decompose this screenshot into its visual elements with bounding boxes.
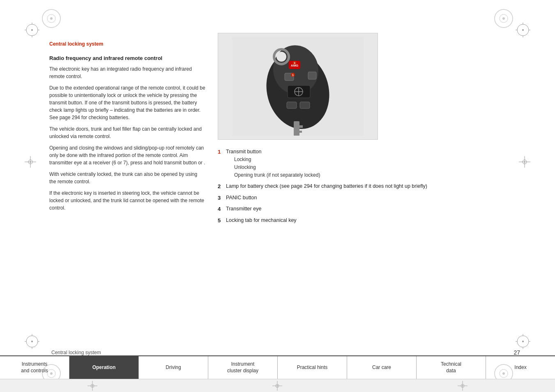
bottom-crosshair-r xyxy=(458,381,467,391)
bottom-strip xyxy=(0,379,555,392)
bottom-crosshair-l xyxy=(88,381,97,391)
svg-point-48 xyxy=(276,52,286,62)
svg-point-73 xyxy=(277,385,278,386)
tab-instruments-and-controls[interactable]: Instrumentsand controls xyxy=(0,356,69,379)
list-item: 1 Transmit button Locking Unlocking Open… xyxy=(218,148,522,179)
bottom-crosshair-c xyxy=(272,381,282,391)
svg-point-11 xyxy=(522,29,524,31)
tab-car-care[interactable]: Car care xyxy=(347,356,417,379)
svg-point-37 xyxy=(502,17,505,20)
svg-text:1: 1 xyxy=(292,74,294,76)
svg-text:3: 3 xyxy=(294,62,295,65)
subsection-title: Radio frequency and infrared remote cont… xyxy=(49,55,205,61)
list-item: 4 Transmitter eye xyxy=(218,205,522,213)
tab-operation[interactable]: Operation xyxy=(69,356,139,379)
item-content-1: Transmit button Locking Unlocking Openin… xyxy=(226,148,522,179)
item-number-3: 3 xyxy=(218,194,226,202)
footer-section-label: Central locking system xyxy=(51,350,101,355)
section-title: Central locking system xyxy=(49,41,205,47)
svg-point-34 xyxy=(50,17,53,20)
svg-point-77 xyxy=(462,385,463,386)
corner-mark-bl xyxy=(25,334,39,349)
text-column: Central locking system Radio frequency a… xyxy=(49,25,205,343)
svg-rect-52 xyxy=(308,72,316,79)
svg-point-69 xyxy=(92,385,93,386)
item-content-4: Transmitter eye xyxy=(226,205,522,213)
side-mark-l xyxy=(25,156,36,168)
item-content-2: Lamp for battery check (see page 294 for… xyxy=(226,182,522,190)
paragraph-6: If the electronic key is inserted in ste… xyxy=(49,189,205,212)
image-column: AMG 1 xyxy=(218,25,522,343)
key-illustration: AMG 1 xyxy=(232,37,364,136)
list-item: 3 PANIC button xyxy=(218,194,522,202)
footer-page-number: 27 xyxy=(514,349,520,356)
page-footer-info: Central locking system 27 xyxy=(49,349,522,356)
svg-rect-59 xyxy=(294,121,299,136)
svg-point-31 xyxy=(524,161,525,163)
paragraph-4: Opening and closing the windows and slid… xyxy=(49,144,205,166)
item-number-5: 5 xyxy=(218,217,226,225)
tab-index[interactable]: Index xyxy=(486,356,555,379)
corner-mark-tl xyxy=(25,23,39,37)
svg-point-27 xyxy=(30,161,31,163)
tab-instrument-cluster-display[interactable]: Instrumentcluster display xyxy=(208,356,278,379)
item-number-4: 4 xyxy=(218,205,226,213)
tab-technical-data[interactable]: Technicaldata xyxy=(417,356,486,379)
svg-point-17 xyxy=(31,341,33,342)
key-image: AMG 1 xyxy=(218,33,378,140)
svg-point-23 xyxy=(522,341,524,342)
items-list: 1 Transmit button Locking Unlocking Open… xyxy=(218,148,522,228)
list-item: 5 Locking tab for mechanical key xyxy=(218,217,522,225)
paragraph-1: The electronic key has an integrated rad… xyxy=(49,65,205,80)
item-content-5: Locking tab for mechanical key xyxy=(226,217,522,224)
tab-practical-hints[interactable]: Practical hints xyxy=(278,356,347,379)
svg-rect-61 xyxy=(299,131,302,133)
svg-rect-57 xyxy=(287,102,297,108)
item-number-1: 1 xyxy=(218,148,226,156)
paragraph-2: Due to the extended operational range of… xyxy=(49,84,205,121)
paragraph-5: With vehicle centrally locked, the trunk… xyxy=(49,171,205,185)
item-number-2: 2 xyxy=(218,182,226,191)
nav-tabs-container: Instrumentsand controls Operation Drivin… xyxy=(0,356,555,379)
page-content: Central locking system Radio frequency a… xyxy=(49,25,522,343)
svg-point-5 xyxy=(31,29,33,31)
paragraph-3: The vehicle doors, trunk and fuel filler… xyxy=(49,125,205,140)
item-content-3: PANIC button xyxy=(226,194,522,202)
tab-driving[interactable]: Driving xyxy=(139,356,208,379)
list-item: 2 Lamp for battery check (see page 294 f… xyxy=(218,182,522,191)
svg-rect-60 xyxy=(299,125,303,128)
svg-rect-58 xyxy=(300,102,310,108)
